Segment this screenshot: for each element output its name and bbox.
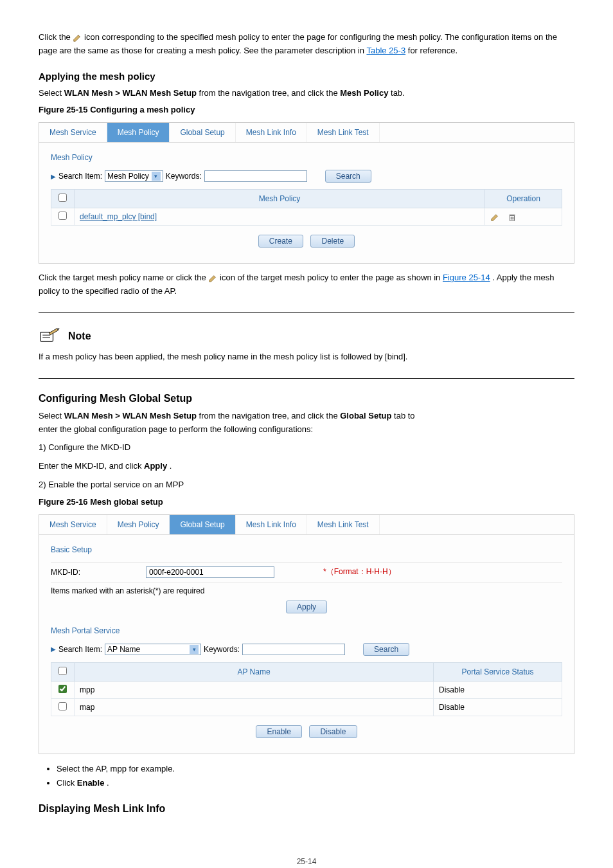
tab-mesh-service[interactable]: Mesh Service — [39, 515, 107, 534]
step-1-detail: Enter the MKD-ID, and click Apply . — [39, 460, 574, 473]
select-all-checkbox[interactable] — [58, 194, 67, 202]
search-button[interactable]: Search — [363, 643, 409, 656]
edit-icon[interactable] — [490, 213, 499, 222]
nav-path: WLAN Mesh > WLAN Mesh Setup — [64, 411, 199, 420]
text: from the navigation tree, and click the — [199, 411, 341, 420]
required-note: Items marked with an asterisk(*) are req… — [51, 586, 562, 595]
search-row: ▶ Search Item: Mesh Policy ▾ Keywords: S… — [51, 170, 562, 183]
tab-mesh-policy[interactable]: Mesh Policy — [107, 515, 170, 534]
tab-global-setup[interactable]: Global Setup — [170, 123, 235, 142]
chevron-down-icon: ▾ — [190, 645, 199, 654]
nav-instruction: Select WLAN Mesh > WLAN Mesh Setup from … — [39, 87, 574, 100]
select-value: Mesh Policy — [107, 172, 149, 181]
note-block: Note — [39, 327, 574, 345]
select-all-header — [51, 662, 75, 681]
tab-global-setup[interactable]: Global Setup — [170, 515, 235, 534]
figure1-caption: Figure 25-15 Configuring a mesh policy — [39, 105, 574, 114]
step-1: 1) Configure the MKD-ID — [39, 441, 574, 455]
trash-icon[interactable] — [508, 213, 517, 222]
text: Select — [39, 411, 64, 420]
text: Enter the MKD-ID, and click — [39, 461, 144, 471]
triangle-icon: ▶ — [51, 646, 56, 653]
row-checkbox[interactable] — [58, 685, 67, 693]
figure2-caption: Figure 25-16 Mesh global setup — [39, 497, 574, 507]
col-ap-name: AP Name — [75, 662, 434, 681]
delete-button[interactable]: Delete — [310, 235, 355, 248]
edit-icon — [208, 274, 217, 283]
keywords-input[interactable] — [204, 170, 307, 182]
tab-mesh-service[interactable]: Mesh Service — [39, 123, 107, 142]
row-checkbox[interactable] — [58, 212, 67, 220]
text: tab to — [394, 411, 415, 420]
text: enter the global configuration page to p… — [39, 424, 313, 434]
portal-service-table: AP Name Portal Service Status mpp Disabl… — [51, 662, 562, 716]
select-all-checkbox[interactable] — [58, 667, 67, 675]
search-item-label: Search Item: — [58, 645, 102, 654]
apply-word: Apply — [144, 461, 167, 471]
figure-global-setup-panel: Mesh Service Mesh Policy Global Setup Me… — [39, 514, 574, 754]
apply-button[interactable]: Apply — [286, 601, 327, 613]
panel-heading-basic-setup: Basic Setup — [51, 545, 562, 554]
tab-mesh-link-info[interactable]: Mesh Link Info — [236, 515, 307, 534]
tab-mesh-policy[interactable]: Mesh Policy — [107, 123, 170, 142]
keywords-label: Keywords: — [204, 645, 240, 654]
list-item: Click Enable . — [57, 776, 574, 790]
mkd-id-input[interactable] — [146, 566, 274, 578]
text: from the navigation tree, and click the — [199, 88, 341, 98]
text: . — [170, 461, 172, 471]
ap-name-cell: map — [75, 698, 434, 716]
search-item-label: Search Item: — [58, 172, 102, 181]
tab-mesh-link-test[interactable]: Mesh Link Test — [307, 515, 380, 534]
post-figure-bullets: Select the AP, mpp for example. Click En… — [57, 762, 574, 790]
row-checkbox[interactable] — [58, 702, 67, 710]
table-ref-link[interactable]: Table 25-3 — [366, 46, 405, 55]
tab-mesh-link-test[interactable]: Mesh Link Test — [307, 123, 380, 142]
text: Click — [57, 778, 77, 788]
text: See the parameter description in — [244, 46, 366, 55]
global-nav-instruction: Select WLAN Mesh > WLAN Mesh Setup from … — [39, 410, 574, 437]
note-label: Note — [68, 330, 91, 342]
select-value: AP Name — [107, 645, 187, 654]
search-button[interactable]: Search — [325, 170, 371, 183]
col-operation: Operation — [485, 190, 562, 208]
tab-mesh-link-info[interactable]: Mesh Link Info — [236, 123, 307, 142]
chevron-down-icon: ▾ — [152, 172, 161, 181]
table-row: map Disable — [51, 698, 562, 716]
text: Click the target mesh policy name or cli… — [39, 273, 208, 282]
mkd-id-row: MKD-ID: *（Format：H-H-H） — [51, 562, 562, 583]
note-text: If a mesh policy has been applied, the m… — [39, 350, 574, 364]
keywords-input[interactable] — [242, 644, 345, 655]
note-pencil-icon — [39, 327, 62, 345]
mesh-policy-table: Mesh Policy Operation default_mp_plcy [b… — [51, 189, 562, 226]
text: shown in — [407, 273, 443, 282]
enable-button[interactable]: Enable — [256, 725, 301, 738]
apply-instruction: Click the target mesh policy name or cli… — [39, 271, 574, 298]
col-portal-status: Portal Service Status — [434, 662, 562, 681]
table-row: default_mp_plcy [bind] — [51, 208, 562, 226]
svg-rect-1 — [510, 214, 515, 215]
select-all-header — [51, 190, 75, 208]
disable-button[interactable]: Disable — [309, 725, 357, 738]
text: Select — [39, 88, 64, 98]
mkd-format-hint: *（Format：H-H-H） — [323, 566, 396, 577]
nav-tab-name: Global Setup — [340, 411, 391, 420]
policy-name-link[interactable]: default_mp_plcy [bind] — [80, 212, 157, 221]
keywords-label: Keywords: — [166, 172, 202, 181]
tab-bar: Mesh Service Mesh Policy Global Setup Me… — [39, 123, 574, 143]
status-cell: Disable — [434, 681, 562, 698]
search-item-select[interactable]: AP Name ▾ — [105, 644, 201, 655]
status-cell: Disable — [434, 698, 562, 716]
divider — [39, 378, 574, 379]
text: Click the — [39, 32, 73, 42]
col-mesh-policy: Mesh Policy — [75, 190, 485, 208]
page-number: 25-14 — [39, 857, 574, 866]
create-button[interactable]: Create — [258, 235, 303, 248]
figure-ref-link[interactable]: Figure 25-14 — [443, 273, 490, 282]
nav-tab-name: Mesh Policy — [340, 88, 388, 98]
step-heading-apply-policy: Applying the mesh policy — [39, 71, 574, 82]
nav-path: WLAN Mesh > WLAN Mesh Setup — [64, 88, 199, 98]
search-item-select[interactable]: Mesh Policy ▾ — [105, 170, 163, 182]
mkd-id-label: MKD-ID: — [51, 568, 141, 577]
ap-name-cell: mpp — [75, 681, 434, 698]
figure-mesh-policy-panel: Mesh Service Mesh Policy Global Setup Me… — [39, 122, 574, 264]
